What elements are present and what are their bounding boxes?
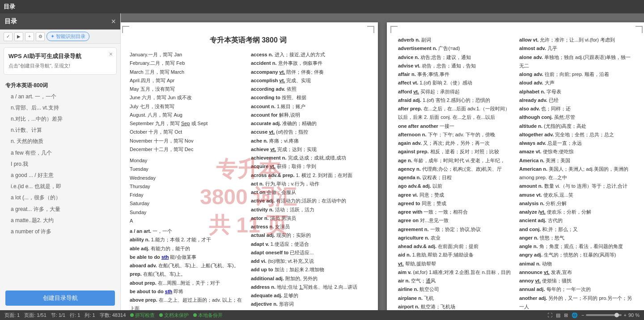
ai-tip-title: WPS AI助手可生成目录导航 [8, 52, 112, 60]
e2-animal: animal n. 动物 [519, 260, 635, 268]
toc-item[interactable]: a few 有些，几个 [0, 147, 120, 159]
corner-tr [367, 26, 374, 33]
ai-tip-desc: 点击"创建目录导航", 呈现文! [8, 62, 112, 70]
e2-one-after: one after another 一接一 [398, 122, 514, 131]
entry-accomplish: accomplish vt. 完成、实现 [251, 76, 367, 85]
sidebar-close-button[interactable]: × [111, 17, 116, 26]
e2-agriculture: agriculture n. 农业 [398, 234, 514, 242]
e2-airport: airport n. 航空港；飞机场 [398, 303, 514, 310]
sidebar-header: 目录 × [0, 13, 120, 29]
settings-toolbar-button[interactable]: ⚙ [36, 32, 45, 41]
toc-item[interactable]: n.对比，...中的）差异 [0, 114, 120, 125]
check-toolbar-button[interactable]: ✓ [4, 32, 13, 41]
e2-already: already adv. 已经 [519, 96, 635, 105]
ai-badge-button[interactable]: ✦ 智能识别目录 [47, 32, 89, 41]
toc-item[interactable]: a number of 许多 [0, 226, 120, 237]
e2-analysis: analysis n. 分析,分解 [519, 199, 635, 208]
grid-icon[interactable]: ⊞ [564, 312, 568, 318]
ai-star-icon: ✦ [51, 34, 55, 39]
toc-item[interactable]: a great... 许多，大量 [0, 204, 120, 215]
e2-agreement: agreement n. 一致；协定；协议,协议 [398, 225, 514, 234]
web-icon[interactable]: 🌐 [572, 312, 578, 318]
entry-adjust: adjust vt. 调整；调节；使适应；使适应 [251, 309, 367, 311]
e2-airline: airline n. 航空公司 [398, 285, 514, 294]
zoom-increase-button[interactable]: + [623, 312, 626, 318]
e2-anger: anger n. 愤怒；怒气 [519, 234, 635, 242]
day-tue: Tuesday [130, 165, 246, 173]
e2-age: age n. 年龄，成年；时间;时代 vi.变老，上年纪， [398, 156, 514, 165]
main-layout: 目录 × ✓ ▶ + ⚙ ✦ 智能识别目录 × WPS AI助手可生成目录导航 … [0, 13, 644, 310]
toc-item[interactable]: n. 天然的物质 [0, 136, 120, 147]
toc-item[interactable]: 专升本英语·800词 [0, 80, 120, 91]
entry-adjective: adjective n. 形容词 [251, 300, 367, 308]
entry-acquire: acquire vt. 获得；取得；学到 [251, 162, 367, 171]
zoom-slider[interactable] [586, 314, 622, 316]
row-info: 行: 1 [70, 312, 80, 319]
month-jul: July 七月，没有简写 [130, 102, 246, 111]
e2-agree: agree vi. 同意；赞成 [398, 191, 514, 199]
zoom-decrease-button[interactable]: − [581, 312, 584, 318]
e2-afternoon: afternoon n. 下午；下午; adv. 下午的，傍晚 [398, 131, 514, 139]
month-jun: June 六月，简写 Jun 或不改 [130, 93, 246, 102]
add-toolbar-button[interactable]: + [25, 32, 34, 41]
e2-agenda: agenda n. 议程表；日程 [398, 173, 514, 182]
e2-afford: afford vt. 买得起；承担得起 [398, 88, 514, 96]
e2-annual: annual adj. 每年的；一年一次的 [519, 285, 635, 294]
e2-annoy: annoy vt. 使烦恼；骚扰 [519, 277, 635, 285]
toc-item[interactable]: a matte..题2. 大约 [0, 215, 120, 226]
e2-agree-on: agree on 对...意见一致 [398, 216, 514, 225]
corner2-tr [636, 26, 643, 33]
toc-list: 专升本英语·800词 a / an art. 一，一个 n.背部、后... vt… [0, 78, 120, 286]
expand-toolbar-button[interactable]: ▶ [14, 32, 23, 41]
backup-dot [193, 313, 197, 317]
e2-agree-with: agree with 一致；一致；相符合 [398, 208, 514, 216]
letter-a: A [130, 217, 246, 225]
e2-again: again adv. 又；再次; 此外，另外；再一次 [398, 139, 514, 147]
fullscreen-icon[interactable]: ⛶ [547, 312, 552, 318]
e2-alphabet: alphabet n. 字母表 [519, 88, 635, 96]
ai-tip-close-button[interactable]: × [109, 51, 113, 58]
day-thu: Thursday [130, 182, 246, 191]
entry-achieve: achieve vt. 完成；达到；实现 [251, 145, 367, 154]
create-toc-button[interactable]: 创建目录导航 [5, 291, 115, 306]
toc-item[interactable]: a lot (...，很多（的） [0, 192, 120, 203]
month-feb: February.二月，简写 Feb [130, 59, 246, 67]
page-count: 页面: 1/51 [24, 312, 47, 319]
e2-altogether: altogether adv. 完全地；全然；总共；总之 [519, 131, 635, 139]
e2-ancient: ancient adj. 古代的 [519, 216, 635, 225]
e2-agency: agency n. 代理商;办公；机构;(党、政)机关、厅 [398, 165, 514, 173]
toc-item[interactable]: i.e.(id e... 也就是，即 [0, 181, 120, 192]
e2-american: American n. 美国人；美洲人; adj.美国的，美洲的 among p… [519, 165, 635, 182]
day-wed: Wednesday [130, 174, 246, 182]
spell-check[interactable]: 拼写检查 [130, 312, 155, 319]
page-1: 专升本3800 词汇共 11 页 专升本英语考纲 3800 词 January.… [121, 22, 378, 310]
document-pages[interactable]: 专升本3800 词汇共 11 页 专升本英语考纲 3800 词 January.… [121, 13, 644, 310]
entry-adapt: adapt v. 1.使适应；使适合 [251, 240, 367, 248]
ai-badge-label: 智能识别目录 [56, 33, 85, 40]
entry-adequate: adequate adj. 足够的 [251, 291, 367, 300]
toc-item[interactable]: n.计数、计算 [0, 125, 120, 136]
e2-altitude: altitude n. (尤指的)高度；高处 [519, 122, 635, 131]
e2-amount: amount n. 数量 vi.（与 to 连用）等于；总计,合计 [519, 182, 635, 190]
entry-add-upto: add up to 加法；加起来 2.增加物 [251, 265, 367, 274]
backup-status[interactable]: 本地备份开 [193, 312, 223, 319]
month-sep: September 九月，简写 Sep 或 Sept [130, 119, 246, 128]
zoom-control[interactable]: − + 90 % [581, 312, 640, 318]
toc-item[interactable]: a / an art. 一，一个 [0, 91, 120, 102]
entry-aboard2: prep. 在船(飞机、车)上。 [130, 270, 246, 278]
entry-address: address n. 地址;住址 1.写姓名、地址 2.向...讲话 [251, 283, 367, 291]
entry-ability: ability n. 1.能力；本领 2. 才能，才干 [130, 236, 246, 244]
view-icon[interactable]: ▤ [556, 312, 560, 318]
entry-above: above prep. 在...之上、超过上面的；adv. 以上；在上面 [130, 296, 246, 310]
toc-item[interactable]: n.背部、后... vt.支持 [0, 102, 120, 114]
sidebar-title: 目录 [4, 17, 17, 25]
toc-item[interactable]: I pro.我 [0, 159, 120, 170]
entry-actor: actor n. 演员 男演员 [251, 214, 367, 223]
doc-protection[interactable]: 文档未保护 [159, 312, 189, 319]
toc-item[interactable]: a good ... / 好主意 [0, 170, 120, 181]
entry-about-to: be about to do sth 即将 [130, 287, 246, 296]
e2-amaze: amaze vt. 使惊奇;使吃惊 [519, 147, 635, 156]
entry-act: act n. 行为,举动；v.行为，动作 [251, 180, 367, 188]
document-area: 专升本3800 词汇共 11 页 专升本英语考纲 3800 词 January.… [121, 13, 644, 310]
entry-according: according adv. 依照 [251, 85, 367, 93]
